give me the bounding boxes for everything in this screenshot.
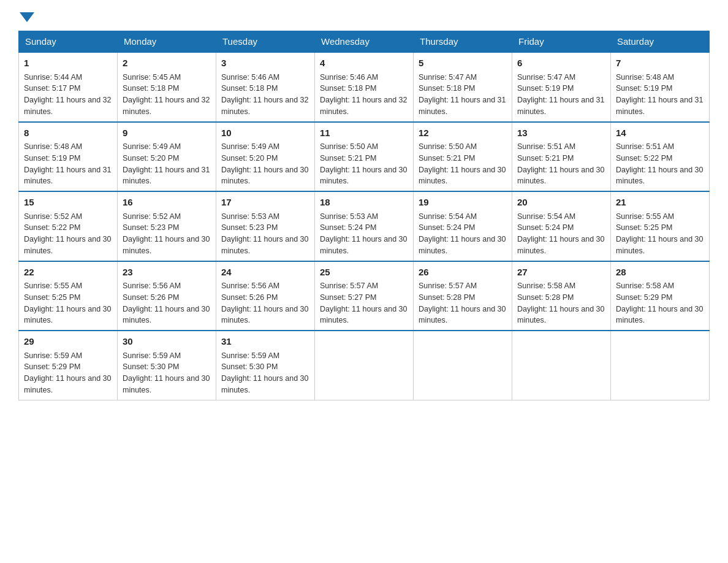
calendar-header-row: SundayMondayTuesdayWednesdayThursdayFrid… bbox=[19, 31, 710, 53]
calendar-header-saturday: Saturday bbox=[611, 31, 710, 53]
calendar-header-tuesday: Tuesday bbox=[216, 31, 315, 53]
calendar-cell: 7Sunrise: 5:48 AMSunset: 5:19 PMDaylight… bbox=[611, 52, 710, 122]
daylight-text: Daylight: 11 hours and 31 minutes. bbox=[419, 96, 506, 116]
sunset-text: Sunset: 5:19 PM bbox=[616, 84, 672, 93]
sunrise-text: Sunrise: 5:50 AM bbox=[320, 142, 378, 151]
daylight-text: Daylight: 11 hours and 30 minutes. bbox=[123, 305, 210, 325]
daylight-text: Daylight: 11 hours and 30 minutes. bbox=[419, 305, 506, 325]
sunrise-text: Sunrise: 5:55 AM bbox=[616, 212, 674, 221]
page-header bbox=[18, 12, 710, 21]
sunrise-text: Sunrise: 5:52 AM bbox=[24, 212, 82, 221]
day-number: 3 bbox=[221, 56, 309, 71]
day-number: 26 bbox=[419, 266, 507, 280]
calendar-cell: 11Sunrise: 5:50 AMSunset: 5:21 PMDayligh… bbox=[315, 122, 414, 192]
daylight-text: Daylight: 11 hours and 31 minutes. bbox=[123, 166, 210, 186]
day-number: 12 bbox=[419, 126, 507, 140]
daylight-text: Daylight: 11 hours and 31 minutes. bbox=[24, 166, 111, 186]
day-number: 21 bbox=[616, 196, 704, 210]
daylight-text: Daylight: 11 hours and 30 minutes. bbox=[221, 166, 308, 186]
day-number: 1 bbox=[24, 56, 112, 71]
calendar-cell: 16Sunrise: 5:52 AMSunset: 5:23 PMDayligh… bbox=[118, 191, 216, 261]
daylight-text: Daylight: 11 hours and 32 minutes. bbox=[123, 96, 210, 116]
sunrise-text: Sunrise: 5:45 AM bbox=[123, 73, 181, 82]
day-number: 4 bbox=[320, 56, 408, 71]
calendar-cell bbox=[414, 331, 512, 400]
sunset-text: Sunset: 5:26 PM bbox=[123, 293, 179, 302]
calendar-cell: 26Sunrise: 5:57 AMSunset: 5:28 PMDayligh… bbox=[414, 261, 512, 331]
calendar-cell: 25Sunrise: 5:57 AMSunset: 5:27 PMDayligh… bbox=[315, 261, 414, 331]
day-number: 15 bbox=[24, 196, 112, 210]
calendar-week-row: 1Sunrise: 5:44 AMSunset: 5:17 PMDaylight… bbox=[19, 52, 710, 122]
daylight-text: Daylight: 11 hours and 31 minutes. bbox=[517, 96, 604, 116]
sunset-text: Sunset: 5:20 PM bbox=[221, 154, 278, 163]
daylight-text: Daylight: 11 hours and 31 minutes. bbox=[616, 96, 703, 116]
daylight-text: Daylight: 11 hours and 30 minutes. bbox=[616, 235, 703, 255]
sunset-text: Sunset: 5:17 PM bbox=[24, 84, 80, 93]
calendar-cell: 13Sunrise: 5:51 AMSunset: 5:21 PMDayligh… bbox=[512, 122, 611, 192]
calendar-cell: 30Sunrise: 5:59 AMSunset: 5:30 PMDayligh… bbox=[118, 331, 216, 400]
sunset-text: Sunset: 5:18 PM bbox=[419, 84, 475, 93]
day-number: 24 bbox=[221, 266, 309, 280]
calendar-cell: 29Sunrise: 5:59 AMSunset: 5:29 PMDayligh… bbox=[19, 331, 118, 400]
calendar-cell: 14Sunrise: 5:51 AMSunset: 5:22 PMDayligh… bbox=[611, 122, 710, 192]
calendar-week-row: 15Sunrise: 5:52 AMSunset: 5:22 PMDayligh… bbox=[19, 191, 710, 261]
day-number: 10 bbox=[221, 126, 309, 140]
sunset-text: Sunset: 5:20 PM bbox=[123, 154, 179, 163]
daylight-text: Daylight: 11 hours and 30 minutes. bbox=[123, 374, 210, 394]
sunrise-text: Sunrise: 5:57 AM bbox=[419, 282, 477, 290]
day-number: 16 bbox=[123, 196, 211, 210]
calendar-header-monday: Monday bbox=[118, 31, 216, 53]
sunrise-text: Sunrise: 5:53 AM bbox=[320, 212, 378, 221]
calendar-cell: 9Sunrise: 5:49 AMSunset: 5:20 PMDaylight… bbox=[118, 122, 216, 192]
sunset-text: Sunset: 5:29 PM bbox=[24, 362, 80, 371]
daylight-text: Daylight: 11 hours and 30 minutes. bbox=[517, 166, 604, 186]
day-number: 30 bbox=[123, 335, 211, 349]
day-number: 31 bbox=[221, 335, 309, 349]
daylight-text: Daylight: 11 hours and 30 minutes. bbox=[320, 235, 407, 255]
calendar-cell: 31Sunrise: 5:59 AMSunset: 5:30 PMDayligh… bbox=[216, 331, 315, 400]
logo-blue-text bbox=[18, 12, 34, 21]
sunset-text: Sunset: 5:27 PM bbox=[320, 293, 376, 302]
sunrise-text: Sunrise: 5:44 AM bbox=[24, 73, 82, 82]
sunrise-text: Sunrise: 5:47 AM bbox=[517, 73, 575, 82]
sunset-text: Sunset: 5:18 PM bbox=[123, 84, 179, 93]
sunset-text: Sunset: 5:23 PM bbox=[221, 223, 278, 232]
sunset-text: Sunset: 5:21 PM bbox=[517, 154, 574, 163]
daylight-text: Daylight: 11 hours and 32 minutes. bbox=[221, 96, 308, 116]
sunset-text: Sunset: 5:25 PM bbox=[24, 293, 80, 302]
sunset-text: Sunset: 5:21 PM bbox=[320, 154, 376, 163]
sunset-text: Sunset: 5:22 PM bbox=[24, 223, 80, 232]
day-number: 5 bbox=[419, 56, 507, 71]
calendar-cell: 12Sunrise: 5:50 AMSunset: 5:21 PMDayligh… bbox=[414, 122, 512, 192]
day-number: 29 bbox=[24, 335, 112, 349]
calendar-header-thursday: Thursday bbox=[414, 31, 512, 53]
daylight-text: Daylight: 11 hours and 30 minutes. bbox=[517, 305, 604, 325]
sunset-text: Sunset: 5:24 PM bbox=[419, 223, 475, 232]
day-number: 11 bbox=[320, 126, 408, 140]
calendar-cell: 4Sunrise: 5:46 AMSunset: 5:18 PMDaylight… bbox=[315, 52, 414, 122]
calendar-cell: 22Sunrise: 5:55 AMSunset: 5:25 PMDayligh… bbox=[19, 261, 118, 331]
daylight-text: Daylight: 11 hours and 30 minutes. bbox=[123, 235, 210, 255]
sunset-text: Sunset: 5:26 PM bbox=[221, 293, 278, 302]
calendar-cell: 21Sunrise: 5:55 AMSunset: 5:25 PMDayligh… bbox=[611, 191, 710, 261]
calendar-cell: 18Sunrise: 5:53 AMSunset: 5:24 PMDayligh… bbox=[315, 191, 414, 261]
day-number: 19 bbox=[419, 196, 507, 210]
sunset-text: Sunset: 5:19 PM bbox=[24, 154, 80, 163]
sunrise-text: Sunrise: 5:48 AM bbox=[24, 142, 82, 151]
calendar-cell: 17Sunrise: 5:53 AMSunset: 5:23 PMDayligh… bbox=[216, 191, 315, 261]
sunrise-text: Sunrise: 5:47 AM bbox=[419, 73, 477, 82]
daylight-text: Daylight: 11 hours and 30 minutes. bbox=[517, 235, 604, 255]
calendar-week-row: 29Sunrise: 5:59 AMSunset: 5:29 PMDayligh… bbox=[19, 331, 710, 400]
sunrise-text: Sunrise: 5:49 AM bbox=[123, 142, 181, 151]
daylight-text: Daylight: 11 hours and 32 minutes. bbox=[320, 96, 407, 116]
calendar-cell: 20Sunrise: 5:54 AMSunset: 5:24 PMDayligh… bbox=[512, 191, 611, 261]
sunrise-text: Sunrise: 5:50 AM bbox=[419, 142, 477, 151]
daylight-text: Daylight: 11 hours and 30 minutes. bbox=[320, 305, 407, 325]
day-number: 28 bbox=[616, 266, 704, 280]
daylight-text: Daylight: 11 hours and 30 minutes. bbox=[419, 235, 506, 255]
logo-triangle-icon bbox=[20, 12, 34, 22]
sunrise-text: Sunrise: 5:53 AM bbox=[221, 212, 279, 221]
sunset-text: Sunset: 5:29 PM bbox=[616, 293, 672, 302]
daylight-text: Daylight: 11 hours and 32 minutes. bbox=[24, 96, 111, 116]
calendar-cell bbox=[512, 331, 611, 400]
